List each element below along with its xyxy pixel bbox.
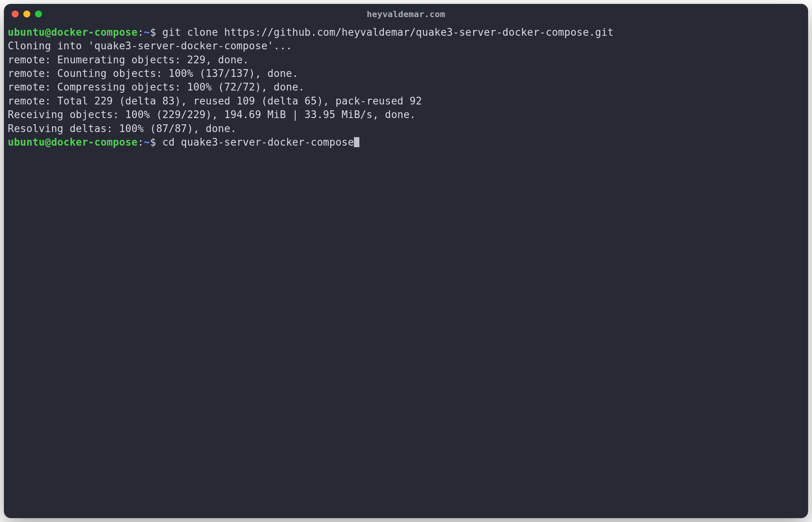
output-text: Receiving objects: 100% (229/229), 194.6… — [8, 109, 416, 120]
output-text: Resolving deltas: 100% (87/87), done. — [8, 123, 237, 134]
prompt-user: ubuntu@docker-compose — [8, 26, 138, 38]
output-text: remote: Enumerating objects: 229, done. — [8, 54, 249, 66]
output-text: remote: Compressing objects: 100% (72/72… — [8, 81, 305, 93]
terminal-body[interactable]: ubuntu@docker-compose:~$ git clone https… — [4, 24, 808, 518]
titlebar: heyvaldemar.com — [4, 4, 808, 24]
prompt-colon: : — [138, 136, 144, 148]
window-title: heyvaldemar.com — [4, 9, 808, 19]
output-text: remote: Counting objects: 100% (137/137)… — [8, 68, 298, 79]
terminal-window: heyvaldemar.com ubuntu@docker-compose:~$… — [4, 4, 808, 518]
output-line: Resolving deltas: 100% (87/87), done. — [8, 122, 804, 136]
output-line: remote: Counting objects: 100% (137/137)… — [8, 67, 804, 80]
prompt-user: ubuntu@docker-compose — [8, 136, 138, 148]
command-text: cd quake3-server-docker-compose — [162, 136, 354, 148]
command-text: git clone https://github.com/heyvaldemar… — [162, 26, 614, 38]
output-line: Receiving objects: 100% (229/229), 194.6… — [8, 108, 804, 122]
prompt-dollar: $ — [150, 26, 162, 38]
output-line: Cloning into 'quake3-server-docker-compo… — [8, 39, 804, 53]
prompt-path: ~ — [144, 136, 150, 148]
prompt-line: ubuntu@docker-compose:~$ git clone https… — [8, 26, 804, 39]
prompt-colon: : — [138, 26, 144, 38]
maximize-icon[interactable] — [35, 10, 42, 17]
prompt-path: ~ — [144, 26, 150, 38]
close-icon[interactable] — [12, 10, 19, 17]
cursor-icon — [354, 137, 359, 147]
output-line: remote: Compressing objects: 100% (72/72… — [8, 80, 804, 94]
traffic-lights — [12, 10, 42, 17]
output-line: remote: Enumerating objects: 229, done. — [8, 53, 804, 67]
prompt-line: ubuntu@docker-compose:~$ cd quake3-serve… — [8, 136, 804, 149]
minimize-icon[interactable] — [23, 10, 30, 17]
output-text: Cloning into 'quake3-server-docker-compo… — [8, 40, 292, 52]
output-line: remote: Total 229 (delta 83), reused 109… — [8, 94, 804, 108]
prompt-dollar: $ — [150, 136, 162, 148]
output-text: remote: Total 229 (delta 83), reused 109… — [8, 95, 422, 107]
